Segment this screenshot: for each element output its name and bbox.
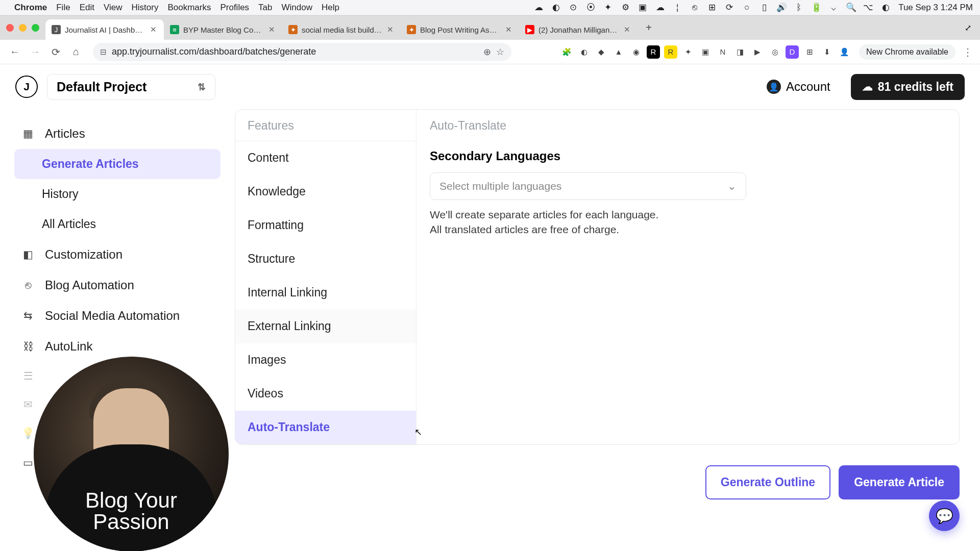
- close-tab-icon[interactable]: ✕: [504, 24, 513, 35]
- control-center-icon[interactable]: ⌥: [863, 2, 874, 13]
- close-window-icon[interactable]: [6, 24, 14, 32]
- status-icon[interactable]: ¦: [672, 2, 683, 13]
- extension-icon[interactable]: ◐: [577, 45, 591, 59]
- close-tab-icon[interactable]: ✕: [623, 24, 631, 35]
- status-icon[interactable]: ▯: [758, 2, 770, 13]
- bluetooth-icon[interactable]: ᛒ: [793, 2, 804, 13]
- menu-profiles[interactable]: Profiles: [220, 3, 249, 13]
- feature-knowledge[interactable]: Knowledge: [235, 175, 416, 209]
- sidebar-item-social-media-automation[interactable]: ⇆ Social Media Automation: [14, 300, 220, 331]
- wifi-icon[interactable]: ⌵: [828, 2, 839, 13]
- site-info-icon[interactable]: ⊟: [100, 47, 107, 57]
- update-chrome-button[interactable]: New Chrome available: [859, 44, 955, 60]
- status-icon[interactable]: ☁: [533, 2, 544, 13]
- app-name[interactable]: Chrome: [14, 3, 47, 13]
- feature-auto-translate[interactable]: Auto-Translate: [235, 411, 416, 444]
- credits-badge[interactable]: ☁ 81 credits left: [851, 74, 965, 100]
- close-tab-icon[interactable]: ✕: [267, 24, 276, 35]
- browser-tab[interactable]: J Journalist AI | Dashboard ✕: [45, 19, 164, 40]
- extension-icon[interactable]: ◎: [768, 45, 781, 59]
- sidebar-item-articles[interactable]: ▦ Articles: [14, 118, 220, 149]
- menu-file[interactable]: File: [56, 3, 70, 13]
- extension-icon[interactable]: ◨: [733, 45, 747, 59]
- chat-fab[interactable]: 💬: [929, 500, 960, 531]
- status-icon[interactable]: ◐: [550, 2, 561, 13]
- sidebar-item-history[interactable]: History: [14, 179, 220, 209]
- sidebar-item-blog-automation[interactable]: ⎋ Blog Automation: [14, 270, 220, 300]
- status-icon[interactable]: ⚙: [620, 2, 631, 13]
- profile-icon[interactable]: 👤: [838, 45, 851, 59]
- app-logo[interactable]: J: [15, 76, 38, 98]
- extension-icon[interactable]: ⊞: [803, 45, 816, 59]
- zoom-icon[interactable]: ⊕: [483, 46, 491, 58]
- new-tab-button[interactable]: +: [641, 20, 657, 36]
- status-icon[interactable]: ⦿: [585, 2, 596, 13]
- browser-tab[interactable]: ▶ (2) Jonathan Milligan | Marke ✕: [519, 19, 638, 40]
- menu-tab[interactable]: Tab: [258, 3, 272, 13]
- forward-button[interactable]: →: [28, 44, 43, 60]
- status-icon[interactable]: ⊞: [706, 2, 718, 13]
- expand-icon[interactable]: ⤢: [960, 20, 976, 36]
- extension-icon[interactable]: 🧩: [560, 45, 573, 59]
- downloads-icon[interactable]: ⬇: [820, 45, 834, 59]
- feature-content[interactable]: Content: [235, 141, 416, 175]
- status-icon[interactable]: ⟳: [724, 2, 735, 13]
- generate-article-button[interactable]: Generate Article: [839, 465, 960, 499]
- feature-internal-linking[interactable]: Internal Linking: [235, 276, 416, 310]
- extension-icon[interactable]: ▲: [612, 45, 625, 59]
- sidebar-item-generate-articles[interactable]: Generate Articles: [14, 149, 220, 179]
- feature-external-linking[interactable]: External Linking: [235, 310, 416, 343]
- battery-icon[interactable]: 🔋: [811, 2, 822, 13]
- back-button[interactable]: ←: [7, 44, 22, 60]
- feature-structure[interactable]: Structure: [235, 242, 416, 276]
- maximize-window-icon[interactable]: [32, 24, 39, 32]
- clock[interactable]: Tue Sep 3 1:24 PM: [898, 3, 973, 13]
- status-icon[interactable]: ○: [741, 2, 752, 13]
- sidebar-item-customization[interactable]: ◧ Customization: [14, 239, 220, 270]
- status-icon[interactable]: ⎋: [689, 2, 700, 13]
- reload-button[interactable]: ⟳: [48, 44, 63, 60]
- extension-icon[interactable]: ✦: [681, 45, 695, 59]
- status-icon[interactable]: ☁: [654, 2, 666, 13]
- home-button[interactable]: ⌂: [68, 44, 84, 60]
- user-icon[interactable]: ◐: [880, 2, 891, 13]
- card-icon: ▭: [21, 457, 35, 469]
- extension-icon[interactable]: ▣: [699, 45, 712, 59]
- extension-icon[interactable]: R: [647, 45, 660, 59]
- feature-videos[interactable]: Videos: [235, 377, 416, 411]
- feature-formatting[interactable]: Formatting: [235, 209, 416, 242]
- volume-icon[interactable]: 🔊: [776, 2, 787, 13]
- extension-icon[interactable]: N: [716, 45, 729, 59]
- extension-icon[interactable]: ▶: [751, 45, 764, 59]
- minimize-window-icon[interactable]: [19, 24, 27, 32]
- browser-tab[interactable]: ≡ BYP Master Blog Content St ✕: [164, 19, 282, 40]
- menu-view[interactable]: View: [104, 3, 122, 13]
- extension-icon[interactable]: ◆: [595, 45, 608, 59]
- chrome-menu-icon[interactable]: ⋮: [963, 46, 973, 58]
- menu-history[interactable]: History: [131, 3, 158, 13]
- languages-select[interactable]: Select multiple languages ⌄: [430, 172, 746, 200]
- settings-card: Features Content Knowledge Formatting St…: [235, 109, 960, 445]
- close-tab-icon[interactable]: ✕: [386, 24, 395, 35]
- menu-bookmarks[interactable]: Bookmarks: [167, 3, 211, 13]
- bookmark-icon[interactable]: ☆: [496, 46, 504, 58]
- menu-help[interactable]: Help: [322, 3, 339, 13]
- browser-tab[interactable]: ✦ Blog Post Writing Assistance ✕: [401, 19, 519, 40]
- account-menu[interactable]: 👤 Account: [767, 80, 830, 94]
- generate-outline-button[interactable]: Generate Outline: [705, 465, 830, 499]
- menu-edit[interactable]: Edit: [80, 3, 94, 13]
- extension-icon[interactable]: D: [786, 45, 799, 59]
- menu-window[interactable]: Window: [282, 3, 312, 13]
- sidebar-item-all-articles[interactable]: All Articles: [14, 209, 220, 239]
- status-icon[interactable]: ▣: [637, 2, 648, 13]
- browser-tab[interactable]: ✦ social media list building - an ✕: [282, 19, 401, 40]
- close-tab-icon[interactable]: ✕: [149, 24, 158, 35]
- search-icon[interactable]: 🔍: [845, 2, 856, 13]
- extension-icon[interactable]: R: [664, 45, 677, 59]
- extension-icon[interactable]: ◉: [629, 45, 643, 59]
- project-selector[interactable]: Default Project ⇅: [47, 74, 215, 100]
- status-icon[interactable]: ✦: [602, 2, 614, 13]
- feature-images[interactable]: Images: [235, 343, 416, 377]
- status-icon[interactable]: ⊙: [568, 2, 579, 13]
- address-bar[interactable]: ⊟ app.tryjournalist.com/dashboard/batche…: [93, 43, 511, 61]
